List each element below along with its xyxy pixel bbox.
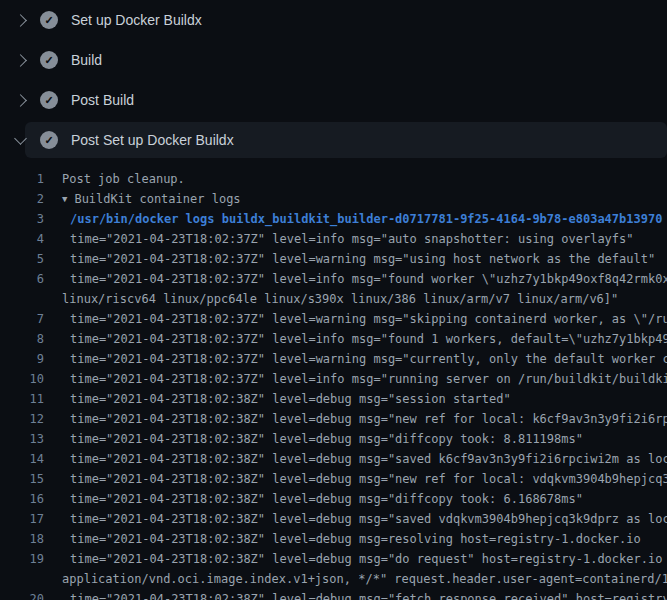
- line-number[interactable]: 4: [0, 229, 44, 249]
- log-text: time="2021-04-23T18:02:37Z" level=info m…: [62, 369, 667, 389]
- actions-log-panel: ✓ Set up Docker Buildx ✓ Build ✓ Post Bu…: [0, 0, 667, 600]
- step-list: ✓ Set up Docker Buildx ✓ Build ✓ Post Bu…: [0, 0, 667, 160]
- log-text: application/vnd.oci.image.index.v1+json,…: [62, 569, 667, 589]
- log-text: ▼BuildKit container logs: [62, 189, 241, 209]
- check-circle-icon: ✓: [40, 91, 58, 109]
- log-line: 8 time="2021-04-23T18:02:37Z" level=info…: [0, 329, 667, 349]
- log-text: time="2021-04-23T18:02:38Z" level=debug …: [62, 429, 583, 449]
- log-text: time="2021-04-23T18:02:38Z" level=debug …: [62, 549, 667, 569]
- log-line: 17 time="2021-04-23T18:02:38Z" level=deb…: [0, 509, 667, 529]
- line-number[interactable]: 3: [0, 209, 44, 229]
- step-row-build[interactable]: ✓ Build: [0, 40, 667, 80]
- line-number[interactable]: 18: [0, 529, 44, 549]
- line-number[interactable]: 19: [0, 549, 44, 569]
- log-text: linux/riscv64 linux/ppc64le linux/s390x …: [62, 289, 618, 309]
- line-number[interactable]: 9: [0, 349, 44, 369]
- log-line: 15 time="2021-04-23T18:02:38Z" level=deb…: [0, 469, 667, 489]
- log-text: time="2021-04-23T18:02:38Z" level=debug …: [62, 489, 583, 509]
- log-line: 3 /usr/bin/docker logs buildx_buildkit_b…: [0, 209, 667, 229]
- log-line: 11 time="2021-04-23T18:02:38Z" level=deb…: [0, 389, 667, 409]
- line-number[interactable]: 5: [0, 249, 44, 269]
- log-line: 5 time="2021-04-23T18:02:37Z" level=warn…: [0, 249, 667, 269]
- step-row-set-up-docker-buildx[interactable]: ✓ Set up Docker Buildx: [0, 0, 667, 40]
- log-line: 14 time="2021-04-23T18:02:38Z" level=deb…: [0, 449, 667, 469]
- log-text: time="2021-04-23T18:02:37Z" level=info m…: [62, 329, 667, 349]
- log-line: 1 Post job cleanup.: [0, 169, 667, 189]
- log-line: 7 time="2021-04-23T18:02:37Z" level=warn…: [0, 309, 667, 329]
- check-circle-icon: ✓: [40, 11, 58, 29]
- step-label: Set up Docker Buildx: [71, 12, 202, 28]
- log-line: 6 time="2021-04-23T18:02:37Z" level=info…: [0, 269, 667, 289]
- log-text: time="2021-04-23T18:02:37Z" level=warnin…: [62, 349, 667, 369]
- line-number[interactable]: 14: [0, 449, 44, 469]
- log-text: time="2021-04-23T18:02:38Z" level=debug …: [62, 509, 667, 529]
- line-number[interactable]: 8: [0, 329, 44, 349]
- log-viewer: 1 Post job cleanup. 2 ▼BuildKit containe…: [0, 160, 667, 600]
- group-toggle-icon[interactable]: ▼: [62, 194, 67, 204]
- log-text: time="2021-04-23T18:02:37Z" level=info m…: [62, 269, 667, 289]
- line-number[interactable]: 6: [0, 269, 44, 289]
- line-number[interactable]: 13: [0, 429, 44, 449]
- line-number[interactable]: 15: [0, 469, 44, 489]
- log-text: time="2021-04-23T18:02:37Z" level=warnin…: [62, 249, 655, 269]
- log-line: 10 time="2021-04-23T18:02:37Z" level=inf…: [0, 369, 667, 389]
- line-number[interactable]: 12: [0, 409, 44, 429]
- log-text: time="2021-04-23T18:02:37Z" level=warnin…: [62, 309, 667, 329]
- log-text: time="2021-04-23T18:02:38Z" level=debug …: [62, 409, 667, 429]
- check-circle-icon: ✓: [40, 51, 58, 69]
- line-number[interactable]: 10: [0, 369, 44, 389]
- log-text: time="2021-04-23T18:02:38Z" level=debug …: [62, 389, 511, 409]
- log-line: 20 time="2021-04-23T18:02:38Z" level=deb…: [0, 589, 667, 600]
- log-line: 19 time="2021-04-23T18:02:38Z" level=deb…: [0, 549, 667, 569]
- log-text: time="2021-04-23T18:02:38Z" level=debug …: [62, 589, 667, 600]
- log-line: 4 time="2021-04-23T18:02:37Z" level=info…: [0, 229, 667, 249]
- log-text: Post job cleanup.: [62, 169, 185, 189]
- log-line: application/vnd.oci.image.index.v1+json,…: [0, 569, 667, 589]
- line-number[interactable]: 17: [0, 509, 44, 529]
- log-text: time="2021-04-23T18:02:37Z" level=info m…: [62, 229, 634, 249]
- line-number[interactable]: 20: [0, 589, 44, 600]
- log-line: linux/riscv64 linux/ppc64le linux/s390x …: [0, 289, 667, 309]
- line-number[interactable]: 16: [0, 489, 44, 509]
- log-line: 2 ▼BuildKit container logs: [0, 189, 667, 209]
- log-line: 13 time="2021-04-23T18:02:38Z" level=deb…: [0, 429, 667, 449]
- step-label: Post Build: [71, 92, 134, 108]
- line-number[interactable]: 2: [0, 189, 44, 209]
- log-text: time="2021-04-23T18:02:38Z" level=debug …: [62, 449, 667, 469]
- step-label: Post Set up Docker Buildx: [71, 132, 234, 148]
- log-text: time="2021-04-23T18:02:38Z" level=debug …: [62, 469, 667, 489]
- log-line: 18 time="2021-04-23T18:02:38Z" level=deb…: [0, 529, 667, 549]
- log-line: 12 time="2021-04-23T18:02:38Z" level=deb…: [0, 409, 667, 429]
- line-number[interactable]: 11: [0, 389, 44, 409]
- check-circle-icon: ✓: [40, 131, 58, 149]
- line-number[interactable]: 1: [0, 169, 44, 189]
- step-row-post-build[interactable]: ✓ Post Build: [0, 80, 667, 120]
- step-label: Build: [71, 52, 102, 68]
- line-number[interactable]: [0, 289, 44, 309]
- log-line: 9 time="2021-04-23T18:02:37Z" level=warn…: [0, 349, 667, 369]
- log-line: 16 time="2021-04-23T18:02:38Z" level=deb…: [0, 489, 667, 509]
- step-row-post-set-up-docker-buildx[interactable]: ✓ Post Set up Docker Buildx: [0, 120, 667, 160]
- log-text: time="2021-04-23T18:02:38Z" level=debug …: [62, 529, 641, 549]
- line-number[interactable]: 7: [0, 309, 44, 329]
- log-text: /usr/bin/docker logs buildx_buildkit_bui…: [62, 209, 662, 229]
- line-number[interactable]: [0, 569, 44, 589]
